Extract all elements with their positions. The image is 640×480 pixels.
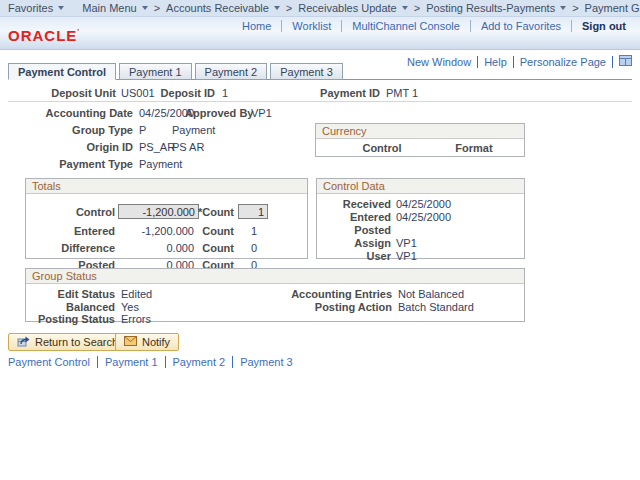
main-menu-label: Main Menu [82, 2, 136, 14]
chevron-down-icon [142, 6, 148, 10]
breadcrumb-separator [154, 2, 160, 14]
totals-groupbox: Totals Control *Count Entered -1,200.000… [25, 178, 308, 259]
accounting-date-label: Accounting Date [23, 107, 133, 119]
approved-by-label: Approved By [185, 107, 245, 119]
header-links: Home Worklist MultiChannel Console Add t… [232, 19, 636, 33]
totals-entered-count: 1 [206, 225, 257, 237]
notify-button[interactable]: Notify [115, 333, 179, 351]
deposit-id-value: 1 [222, 87, 228, 99]
user-value: VP1 [396, 250, 417, 262]
breadcrumb-item-accounts-receivable[interactable]: Accounts Receivable [166, 2, 280, 14]
user-label: User [321, 250, 391, 262]
accounting-entries-value: Not Balanced [398, 288, 464, 300]
breadcrumb-item-posting-results-payments[interactable]: Posting Results-Payments [426, 2, 566, 14]
footer-page-links: Payment Control Payment 1 Payment 2 Paym… [8, 356, 307, 368]
edit-status-value: Edited [121, 288, 152, 300]
received-value: 04/25/2000 [396, 198, 451, 210]
posting-action-label: Posting Action [272, 301, 392, 313]
breadcrumb-separator [286, 2, 292, 14]
divider [8, 101, 632, 102]
approved-by-value: VP1 [251, 107, 272, 119]
breadcrumb-separator [414, 2, 420, 14]
header-link-home[interactable]: Home [232, 20, 282, 32]
entered-value: 04/25/2000 [396, 211, 451, 223]
group-type-value: P [139, 124, 146, 136]
notify-envelope-icon [124, 336, 137, 348]
deposit-id-label: Deposit ID [155, 87, 215, 99]
group-status-groupbox-title: Group Status [26, 269, 524, 284]
footer-link-payment-3[interactable]: Payment 3 [240, 356, 300, 368]
control-data-groupbox: Control Data Received 04/25/2000 Entered… [316, 178, 525, 259]
signout-link[interactable]: Sign out [572, 20, 636, 32]
tab-payment-1[interactable]: Payment 1 [119, 63, 192, 80]
totals-entered-amount: -1,200.000 [86, 225, 194, 237]
http-window-icon[interactable] [619, 55, 632, 68]
group-type-label: Group Type [23, 124, 133, 136]
breadcrumb-separator [572, 2, 578, 14]
received-label: Received [321, 198, 391, 210]
totals-control-count-input[interactable] [238, 204, 268, 219]
footer-link-payment-1[interactable]: Payment 1 [105, 356, 166, 368]
group-type-description: Payment [172, 124, 215, 136]
balanced-label: Balanced [35, 301, 115, 313]
notify-label: Notify [142, 336, 170, 348]
return-to-search-icon [17, 335, 30, 349]
tab-payment-3[interactable]: Payment 3 [270, 63, 343, 80]
main-menu[interactable]: Main Menu [82, 2, 147, 14]
favorites-label: Favorites [8, 2, 53, 14]
chevron-down-icon [274, 6, 280, 10]
payment-type-value: Payment [139, 158, 182, 170]
tab-bar: Payment Control Payment 1 Payment 2 Paym… [8, 63, 346, 80]
oracle-logo: ORACLE [8, 27, 80, 44]
totals-control-count-label: *Count [184, 206, 234, 218]
assign-label: Assign [321, 237, 391, 249]
totals-groupbox-title: Totals [26, 179, 307, 194]
accounting-entries-label: Accounting Entries [272, 288, 392, 300]
origin-id-label: Origin ID [23, 141, 133, 153]
payment-id-label: Payment ID [320, 87, 380, 99]
chevron-down-icon [560, 6, 566, 10]
return-to-search-label: Return to Search [35, 336, 118, 348]
deposit-unit-label: Deposit Unit [40, 87, 116, 99]
return-to-search-button[interactable]: Return to Search [8, 333, 127, 351]
chevron-down-icon [58, 6, 64, 10]
footer-link-payment-control[interactable]: Payment Control [8, 356, 98, 368]
currency-groupbox: Currency Control Format [315, 123, 525, 157]
posting-action-value: Batch Standard [398, 301, 474, 313]
tab-payment-2[interactable]: Payment 2 [195, 63, 268, 80]
breadcrumb-item-receivables-update[interactable]: Receivables Update [298, 2, 407, 14]
breadcrumb: Favorites Main Menu Accounts Receivable … [0, 0, 640, 17]
payment-id-value: PMT 1 [386, 87, 418, 99]
control-data-groupbox-title: Control Data [317, 179, 524, 194]
favorites-menu[interactable]: Favorites [8, 2, 64, 14]
breadcrumb-item-payment-group-all-items: Payment Group-All Items [585, 2, 640, 14]
posted-label: Posted [321, 224, 391, 236]
header-bar: Home Worklist MultiChannel Console Add t… [0, 17, 640, 50]
currency-groupbox-title: Currency [316, 124, 524, 139]
posting-status-value: Errors [121, 313, 151, 325]
help-link[interactable]: Help [478, 56, 514, 68]
edit-status-label: Edit Status [35, 288, 115, 300]
totals-difference-count: 0 [206, 242, 257, 254]
header-link-add-to-favorites[interactable]: Add to Favorites [471, 20, 572, 32]
currency-control-label: Control [356, 142, 408, 154]
totals-control-label: Control [35, 206, 115, 218]
deposit-unit-value: US001 [121, 87, 155, 99]
balanced-value: Yes [121, 301, 139, 313]
footer-link-payment-2[interactable]: Payment 2 [173, 356, 234, 368]
payment-type-label: Payment Type [23, 158, 133, 170]
origin-id-description: PS AR [172, 141, 204, 153]
chevron-down-icon [402, 6, 408, 10]
peoplesoft-window: Favorites Main Menu Accounts Receivable … [0, 0, 640, 480]
personalize-page-link[interactable]: Personalize Page [514, 56, 613, 68]
origin-id-value: PS_AR [139, 141, 175, 153]
totals-difference-amount: 0.000 [86, 242, 194, 254]
new-window-link[interactable]: New Window [401, 56, 478, 68]
entered-label: Entered [321, 211, 391, 223]
tab-payment-control[interactable]: Payment Control [8, 63, 116, 80]
group-status-groupbox: Group Status Edit Status Edited Balanced… [25, 268, 525, 322]
header-link-worklist[interactable]: Worklist [282, 20, 342, 32]
assign-value: VP1 [396, 237, 417, 249]
page-tools: New Window Help Personalize Page [401, 55, 632, 68]
header-link-multichannel-console[interactable]: MultiChannel Console [342, 20, 471, 32]
